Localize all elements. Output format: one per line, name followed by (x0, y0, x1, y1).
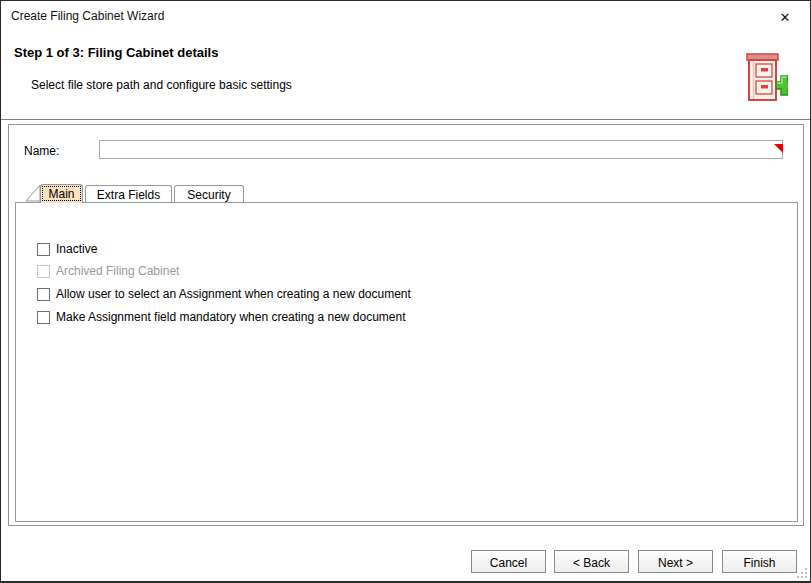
tab-main[interactable]: Main (40, 184, 83, 203)
tab-strip: Main Extra Fields Security (15, 184, 799, 202)
checkbox-label: Inactive (56, 242, 97, 256)
title-bar: Create Filing Cabinet Wizard ✕ (1, 1, 810, 31)
checkbox-row-allow-assignment: Allow user to select an Assignment when … (37, 287, 411, 301)
tab-extra-fields[interactable]: Extra Fields (85, 185, 172, 202)
finish-button[interactable]: Finish (722, 550, 797, 573)
name-input[interactable] (99, 140, 783, 159)
inactive-checkbox[interactable] (37, 243, 50, 256)
main-tab-page: Inactive Archived Filing Cabinet Allow u… (15, 202, 798, 522)
allow-assignment-checkbox[interactable] (37, 288, 50, 301)
tab-control: Main Extra Fields Security Inactive Arch… (15, 184, 799, 522)
resize-grip[interactable] (797, 568, 808, 579)
checkbox-label: Allow user to select an Assignment when … (56, 287, 411, 301)
wizard-step-title: Step 1 of 3: Filing Cabinet details (14, 45, 218, 60)
filing-cabinet-add-icon (740, 51, 788, 106)
checkbox-row-archived: Archived Filing Cabinet (37, 264, 179, 278)
checkbox-label: Make Assignment field mandatory when cre… (56, 310, 406, 324)
header-separator (1, 119, 810, 121)
back-button[interactable]: < Back (554, 550, 629, 573)
cancel-button[interactable]: Cancel (471, 550, 546, 573)
mandatory-assignment-checkbox[interactable] (37, 311, 50, 324)
checkbox-label: Archived Filing Cabinet (56, 264, 179, 278)
next-button[interactable]: Next > (638, 550, 713, 573)
close-icon[interactable]: ✕ (775, 7, 795, 27)
required-field-marker-icon (774, 144, 783, 153)
name-label: Name: (24, 144, 59, 158)
checkbox-row-inactive: Inactive (37, 242, 97, 256)
wizard-dialog: Create Filing Cabinet Wizard ✕ Step 1 of… (0, 0, 811, 583)
archived-checkbox (37, 265, 50, 278)
tab-security[interactable]: Security (174, 185, 244, 202)
details-panel: Name: Main Extra Fields Security Inactiv… (8, 124, 804, 526)
checkbox-row-mandatory-assignment: Make Assignment field mandatory when cre… (37, 310, 406, 324)
wizard-step-subtitle: Select file store path and configure bas… (31, 78, 292, 92)
window-title: Create Filing Cabinet Wizard (11, 9, 164, 23)
